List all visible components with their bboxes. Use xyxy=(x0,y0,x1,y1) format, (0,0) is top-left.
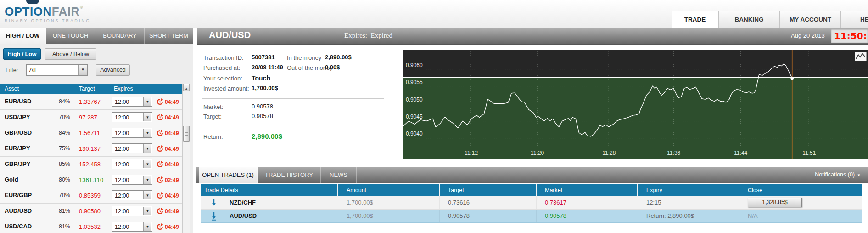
transaction-id-value: 5007381 xyxy=(252,54,275,61)
instrument-tab-high-low[interactable]: HIGH / LOW xyxy=(0,28,46,44)
asset-target-price: 130.137 xyxy=(79,145,101,152)
scrollbar-thumb[interactable] xyxy=(183,126,190,142)
selection-label: Your selection: xyxy=(203,75,242,82)
column-header-target: Target xyxy=(74,84,109,94)
top-header: OPTIONFAIR® BINARY OPTIONS TRADING TRADE… xyxy=(0,0,868,28)
advanced-filter-button[interactable]: Advanced xyxy=(96,64,130,76)
dropdown-arrow-icon[interactable]: ▼ xyxy=(143,207,151,215)
dropdown-arrow-icon[interactable]: ▼ xyxy=(143,113,151,121)
asset-row[interactable]: GBP/USD 84% 1.56711 12:00 ▼ 04:49 xyxy=(0,125,182,141)
current-time-display: 11:50:10 xyxy=(831,29,868,43)
notifications-toggle[interactable]: Notifications (0)▼ xyxy=(815,167,861,183)
asset-row[interactable]: AUD/USD 81% 0.90580 12:00 ▼ 04:49 xyxy=(0,204,182,219)
asset-payout-percent: 80% xyxy=(59,176,70,183)
asset-row[interactable]: EUR/USD 84% 1.33767 12:00 ▼ 04:49 xyxy=(0,94,182,110)
dropdown-arrow-icon[interactable]: ▼ xyxy=(143,144,151,153)
asset-countdown-timer: 04:49 xyxy=(165,114,179,121)
asset-payout-percent: 70% xyxy=(59,114,70,120)
asset-name: GBP/USD xyxy=(5,129,32,136)
countdown-clock-icon xyxy=(157,176,163,183)
dropdown-arrow-icon[interactable]: ▼ xyxy=(143,191,151,199)
expiry-select[interactable]: 12:00 ▼ xyxy=(112,143,152,153)
trade-row[interactable]: AUD/USD 1,700.00$ 0.90578 0.90578 Return… xyxy=(201,210,862,223)
svg-text:0.9050: 0.9050 xyxy=(406,97,423,103)
trade-market: 0.90578 xyxy=(537,210,638,222)
expiry-select[interactable]: 12:00 ▼ xyxy=(112,222,152,232)
top-tab-banking[interactable]: BANKING xyxy=(718,11,780,28)
trade-expiry: 12:15 xyxy=(638,196,739,209)
expiry-select[interactable]: 12:00 ▼ xyxy=(112,190,152,200)
instrument-tab-one-touch[interactable]: ONE TOUCH xyxy=(46,28,95,44)
close-trade-button[interactable]: 1,328.85$ xyxy=(748,198,802,207)
open-trades-body: NZD/CHF 1,700.00$ 0.73616 0.73617 12:15 … xyxy=(201,196,862,223)
asset-row[interactable]: EUR/GBP 70% 0.85359 12:00 ▼ 04:49 xyxy=(0,188,182,204)
direction-arrow-icon xyxy=(211,212,217,220)
dropdown-arrow-icon[interactable]: ▼ xyxy=(143,129,151,137)
asset-name: EUR/USD xyxy=(5,98,32,105)
chart-type-button[interactable] xyxy=(855,52,867,61)
expiry-select[interactable]: 12:00 ▼ xyxy=(112,159,152,169)
asset-table-header: Asset Target Expires xyxy=(0,84,182,94)
market-value: 0.90578 xyxy=(252,103,273,110)
purchased-at-value: 20/08 11:49 xyxy=(252,64,283,71)
asset-row[interactable]: GBP/JPY 85% 152.458 12:00 ▼ 04:49 xyxy=(0,157,182,172)
scrollbar-up-arrow-icon[interactable]: ▲ xyxy=(183,84,190,91)
svg-text:11:51: 11:51 xyxy=(802,150,816,156)
svg-text:0.9060: 0.9060 xyxy=(406,62,423,68)
dropdown-arrow-icon[interactable]: ▼ xyxy=(143,160,151,168)
expiry-select[interactable]: 12:00 ▼ xyxy=(112,97,152,107)
return-value: 2,890.00$ xyxy=(252,132,282,140)
top-tab-trade[interactable]: TRADE xyxy=(672,11,718,28)
tab-news[interactable]: NEWS xyxy=(321,167,357,183)
tab-open-trades[interactable]: OPEN TRADES (1) xyxy=(199,167,258,183)
brand-name-secondary: FAIR xyxy=(52,5,80,18)
asset-row[interactable]: USD/JPY 70% 97.287 12:00 ▼ 04:49 xyxy=(0,110,182,125)
asset-target-price: 97.287 xyxy=(79,114,97,121)
line-chart-icon xyxy=(855,52,866,61)
out-money-value: 0.00$ xyxy=(325,64,340,71)
tab-trade-history[interactable]: TRADE HISTORY xyxy=(258,167,321,183)
trade-row[interactable]: NZD/CHF 1,700.00$ 0.73616 0.73617 12:15 … xyxy=(201,196,862,210)
column-header-timer xyxy=(155,84,182,94)
expiry-select-value: 12:00 xyxy=(115,208,129,215)
expiry-select[interactable]: 12:00 ▼ xyxy=(112,206,152,216)
column-header-close: Close xyxy=(739,184,862,196)
instrument-tab-short-term[interactable]: SHORT TERM xyxy=(145,28,193,44)
asset-target-price: 0.85359 xyxy=(79,192,101,199)
dropdown-arrow-icon[interactable]: ▼ xyxy=(143,222,151,231)
trade-asset-name: NZD/CHF xyxy=(230,196,256,209)
expiry-select[interactable]: 12:00 ▼ xyxy=(112,175,152,185)
instrument-tab-boundary[interactable]: BOUNDARY xyxy=(95,28,145,44)
svg-text:11:36: 11:36 xyxy=(667,150,680,156)
asset-payout-percent: 84% xyxy=(59,98,70,105)
asset-list-scrollbar[interactable]: ▲ xyxy=(182,84,190,233)
subtab-high-low[interactable]: High / Low xyxy=(3,48,41,60)
svg-text:0.9045: 0.9045 xyxy=(406,114,423,120)
expiry-select[interactable]: 12:00 ▼ xyxy=(112,112,152,122)
subtab-above-below[interactable]: Above / Below xyxy=(45,48,96,60)
trade-market: 0.73617 xyxy=(537,196,638,209)
top-tab-help[interactable]: HELP xyxy=(841,11,868,28)
price-chart: 0.90600.90550.90500.90450.904011:1211:20… xyxy=(403,50,868,159)
countdown-clock-icon xyxy=(157,130,163,136)
top-tab-my-account[interactable]: MY ACCOUNT xyxy=(780,11,841,28)
asset-row[interactable]: Gold 80% 1361.110 12:00 ▼ 02:49 xyxy=(0,172,182,188)
asset-payout-percent: 81% xyxy=(59,223,70,230)
filter-select[interactable]: All ▼ xyxy=(26,64,88,76)
dropdown-arrow-icon[interactable]: ▼ xyxy=(78,65,87,75)
asset-row[interactable]: USD/CAD 81% 1.03532 12:00 ▼ 04:49 xyxy=(0,219,182,233)
svg-text:11:44: 11:44 xyxy=(734,150,747,156)
return-label: Return: xyxy=(203,133,223,140)
asset-row[interactable]: EUR/JPY 75% 130.137 12:00 ▼ 04:49 xyxy=(0,141,182,157)
expiry-select[interactable]: 12:00 ▼ xyxy=(112,128,152,138)
expires-status: Expires: Expired xyxy=(344,32,392,40)
dropdown-arrow-icon[interactable]: ▼ xyxy=(143,176,151,184)
open-trades-header: Trade Details Amount Target Market Expir… xyxy=(201,184,862,196)
chevron-down-icon: ▼ xyxy=(857,173,861,177)
in-money-label: In the money xyxy=(287,54,321,61)
asset-table-body: EUR/USD 84% 1.33767 12:00 ▼ 04:49 xyxy=(0,94,182,233)
dropdown-arrow-icon[interactable]: ▼ xyxy=(143,97,151,106)
svg-text:11:20: 11:20 xyxy=(531,150,544,156)
asset-list-panel: High / Low Above / Below Filter All ▼ Ad… xyxy=(0,44,193,233)
expiry-select-value: 12:00 xyxy=(115,114,129,121)
